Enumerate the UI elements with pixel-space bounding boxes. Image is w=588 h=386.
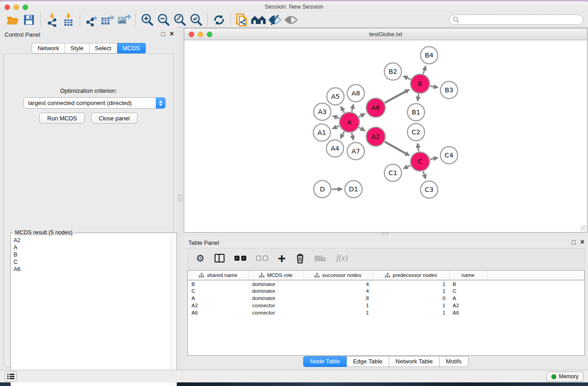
edge-B-B1[interactable] xyxy=(418,94,419,97)
table-row[interactable]: Bdominator41B xyxy=(188,280,584,287)
edge-C-C3[interactable] xyxy=(423,172,424,175)
open-session-icon[interactable] xyxy=(5,13,21,27)
edge-A-A8[interactable] xyxy=(352,109,352,111)
result-item[interactable]: A6 xyxy=(11,266,170,273)
close-panel-icon[interactable]: × xyxy=(170,30,174,38)
float-panel-icon[interactable]: □ xyxy=(572,238,575,246)
first-neighbors-icon[interactable] xyxy=(250,13,267,27)
show-graphics-icon[interactable] xyxy=(283,13,299,27)
edge-C-C4[interactable] xyxy=(430,158,433,159)
panel-divider-grip[interactable] xyxy=(178,195,182,201)
cell[interactable]: A2 xyxy=(188,302,249,309)
table-row[interactable]: A6connector11A6 xyxy=(188,309,584,316)
cell[interactable]: C xyxy=(188,287,249,295)
select-all-icon[interactable]: ✓✓ xyxy=(234,252,246,265)
cell[interactable]: C xyxy=(449,287,487,295)
column-header-shared-name[interactable]: shared name xyxy=(188,271,249,280)
cell[interactable]: A6 xyxy=(188,309,249,316)
network-graph[interactable]: AA1A2A3A4A5A6A7A8BB1B2B3B4CC1C2C3C4DD1 xyxy=(184,40,587,232)
criterion-dropdown[interactable]: largest connected component (directed) xyxy=(24,97,166,109)
cell[interactable]: 1 xyxy=(373,287,449,295)
run-mcds-button[interactable]: Run MCDS xyxy=(39,113,85,124)
edge-A-A7[interactable] xyxy=(352,133,352,135)
cell[interactable]: 4 xyxy=(303,280,373,287)
cell[interactable]: B xyxy=(188,280,249,287)
result-item[interactable]: A xyxy=(11,244,170,251)
hide-graphics-icon[interactable] xyxy=(267,13,283,27)
edge-C-C1[interactable] xyxy=(407,166,410,167)
search-input[interactable] xyxy=(459,16,583,24)
column-header-name[interactable]: name xyxy=(449,271,487,280)
cell[interactable]: 1 xyxy=(303,309,373,316)
save-session-icon[interactable] xyxy=(21,13,37,27)
mcds-result-list[interactable]: A2ABCA6 xyxy=(11,237,170,386)
cell[interactable]: A xyxy=(188,295,249,302)
cell[interactable]: dominator xyxy=(249,287,303,295)
network-canvas[interactable]: AA1A2A3A4A5A6A7A8BB1B2B3B4CC1C2C3C4DD1 xyxy=(184,40,587,232)
function-builder-icon[interactable]: f(x) xyxy=(336,252,348,265)
table-row[interactable]: Adominator80A xyxy=(188,295,584,302)
cell[interactable]: 0 xyxy=(373,295,449,302)
edge-A-A2[interactable] xyxy=(359,128,361,129)
cell[interactable]: 1 xyxy=(373,302,449,309)
zoom-in-icon[interactable] xyxy=(139,13,155,27)
edge-B-B4[interactable] xyxy=(423,70,424,74)
edge-C-C2[interactable] xyxy=(418,148,419,152)
cell[interactable]: 1 xyxy=(303,302,373,309)
column-header-predecessor-nodes[interactable]: predecessor nodes xyxy=(373,271,449,280)
resize-grip-icon[interactable] xyxy=(580,225,587,232)
tab-select[interactable]: Select xyxy=(90,43,117,53)
cell[interactable]: 8 xyxy=(303,295,373,302)
memory-button[interactable]: Memory xyxy=(546,372,583,381)
tab-mcds[interactable]: MCDS xyxy=(117,43,146,53)
network-zoom-button[interactable] xyxy=(207,32,212,37)
cell[interactable]: 1 xyxy=(373,280,449,287)
close-panel-icon[interactable]: × xyxy=(580,238,584,246)
export-image-icon[interactable] xyxy=(116,13,132,27)
edge-A2-C[interactable] xyxy=(385,142,406,153)
cell[interactable]: A xyxy=(449,295,487,302)
tab-style[interactable]: Style xyxy=(65,43,90,53)
minimize-window-button[interactable] xyxy=(14,5,19,10)
cell[interactable]: A6 xyxy=(449,309,487,316)
task-history-button[interactable] xyxy=(5,372,17,381)
result-item[interactable]: A2 xyxy=(11,237,170,244)
edge-A-A6[interactable] xyxy=(359,116,361,117)
table-settings-icon[interactable]: ⚙ xyxy=(196,252,205,265)
cell[interactable]: A2 xyxy=(449,302,487,309)
edge-A-A3[interactable] xyxy=(337,118,339,119)
result-scrollbar[interactable] xyxy=(171,237,176,386)
zoom-window-button[interactable] xyxy=(23,5,28,10)
edge-A6-B[interactable] xyxy=(385,92,405,103)
table-row[interactable]: A2connector11A2 xyxy=(188,302,584,309)
close-window-button[interactable] xyxy=(5,5,10,10)
add-column-icon[interactable]: + xyxy=(278,252,286,265)
edge-B-B2[interactable] xyxy=(407,78,411,79)
clone-network-icon[interactable] xyxy=(234,13,250,27)
tab-network-table[interactable]: Network Table xyxy=(389,356,440,367)
close-panel-button[interactable]: Close panel xyxy=(91,113,138,124)
column-header-successor-nodes[interactable]: successor nodes xyxy=(303,271,373,280)
cell[interactable]: 1 xyxy=(373,309,449,316)
tab-node-table[interactable]: Node Table xyxy=(303,356,347,367)
edge-B-B3[interactable] xyxy=(430,86,433,87)
table-row[interactable]: Cdominator41C xyxy=(188,287,584,295)
zoom-fit-icon[interactable] xyxy=(172,13,188,27)
float-panel-icon[interactable]: □ xyxy=(161,30,165,38)
edge-A-A1[interactable] xyxy=(337,126,339,127)
edge-A-A5[interactable] xyxy=(343,110,344,113)
network-close-button[interactable] xyxy=(189,32,194,37)
show-column-panel-icon[interactable] xyxy=(215,252,225,265)
apply-layout-icon[interactable] xyxy=(211,13,227,27)
import-table-icon[interactable] xyxy=(60,13,76,27)
tab-network[interactable]: Network xyxy=(32,43,65,53)
result-item[interactable]: B xyxy=(11,251,170,258)
delete-column-icon[interactable] xyxy=(296,252,305,265)
zoom-out-icon[interactable] xyxy=(155,13,172,27)
import-network-icon[interactable] xyxy=(44,13,60,27)
tab-motifs[interactable]: Motifs xyxy=(440,356,468,367)
deselect-all-icon[interactable] xyxy=(256,252,268,265)
delete-table-icon[interactable] xyxy=(315,252,326,265)
cell[interactable]: dominator xyxy=(249,295,303,302)
result-item[interactable]: C xyxy=(11,258,170,266)
